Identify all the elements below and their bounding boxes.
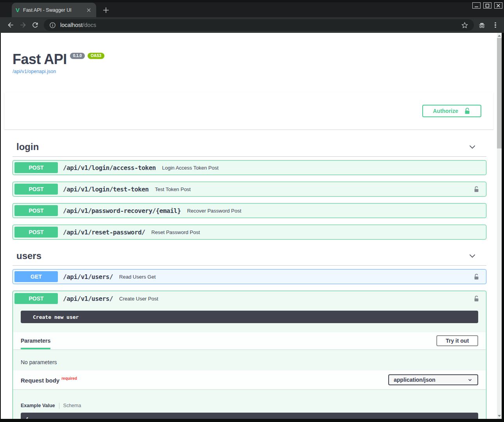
page-viewport: Fast API0.1.0OAS3 /api/v1/openapi.json A… <box>1 33 497 419</box>
try-it-out-button[interactable]: Try it out <box>436 335 478 346</box>
opblock-reset-password[interactable]: POST /api/v1/reset-password/ Reset Passw… <box>13 225 486 240</box>
tab-close-icon[interactable] <box>85 7 92 14</box>
opblock-body: Create new user Parameters Try it out No… <box>13 311 486 419</box>
opblock-login-access-token[interactable]: POST /api/v1/login/access-token Login Ac… <box>13 160 486 175</box>
tag-header-users[interactable]: users <box>13 246 486 266</box>
url-host: localhost <box>60 22 83 28</box>
minimize-button[interactable] <box>472 2 481 9</box>
favicon-icon: V <box>16 7 20 13</box>
endpoint-summary: Create User Post <box>119 296 158 302</box>
version-badge: 0.1.0 <box>70 53 85 59</box>
endpoint-path: /api/v1/users/ <box>63 295 113 302</box>
new-tab-button[interactable] <box>102 6 110 14</box>
incognito-icon <box>478 21 486 29</box>
page-scrollbar[interactable] <box>497 33 502 419</box>
endpoint-path: /api/v1/login/access-token <box>63 164 156 172</box>
opblock-create-user-header[interactable]: POST /api/v1/users/ Create User Post <box>13 291 486 306</box>
browser-toolbar: localhost/docs <box>0 17 504 33</box>
endpoint-path: /api/v1/login/test-token <box>63 186 149 193</box>
bookmark-star-icon[interactable] <box>461 21 468 29</box>
chevron-down-icon <box>467 377 473 383</box>
scroll-down-icon[interactable] <box>498 415 501 417</box>
url-text: localhost/docs <box>60 22 461 28</box>
operation-description: Create new user <box>21 311 478 323</box>
tag-title: users <box>16 250 41 261</box>
tab-title: Fast API - Swagger UI <box>23 7 85 13</box>
endpoint-summary: Read Users Get <box>119 274 156 280</box>
forward-icon[interactable] <box>19 21 27 29</box>
browser-tab[interactable]: V Fast API - Swagger UI <box>12 3 96 17</box>
endpoint-summary: Recover Password Post <box>187 208 241 214</box>
opblock-create-user-expanded: POST /api/v1/users/ Create User Post Cre… <box>13 291 486 419</box>
chevron-down-icon[interactable] <box>468 252 477 260</box>
page-title: Fast API0.1.0OAS3 <box>13 52 497 67</box>
scroll-up-icon[interactable] <box>498 35 501 37</box>
opblock-read-users[interactable]: GET /api/v1/users/ Read Users Get <box>13 269 486 284</box>
media-type-select[interactable]: application/json <box>388 374 478 385</box>
endpoint-path: /api/v1/users/ <box>63 273 113 281</box>
request-body-header: Request bodyrequired application/json <box>13 370 486 389</box>
tabs-separator <box>59 403 59 409</box>
back-icon[interactable] <box>7 21 14 29</box>
oas-badge: OAS3 <box>88 53 104 59</box>
method-badge: POST <box>14 162 58 173</box>
window-controls <box>472 2 502 9</box>
tag-title: login <box>16 141 39 152</box>
scheme-container: Authorize <box>4 93 493 129</box>
endpoint-path: /api/v1/reset-password/ <box>63 229 145 236</box>
tab-example-value[interactable]: Example Value <box>21 403 55 408</box>
reload-icon[interactable] <box>31 21 39 29</box>
example-area: Example Value Schema { <box>13 389 486 419</box>
authorize-label: Authorize <box>433 108 458 114</box>
tag-section-users: users GET /api/v1/users/ Read Users Get … <box>13 246 486 419</box>
endpoint-summary: Reset Password Post <box>151 229 200 235</box>
browser-menu-icon[interactable] <box>492 21 499 29</box>
method-badge: POST <box>14 227 58 238</box>
endpoint-summary: Login Access Token Post <box>162 165 218 171</box>
required-flag: required <box>61 376 77 381</box>
model-tabs: Example Value Schema <box>21 402 478 409</box>
unlock-icon <box>464 107 471 115</box>
opblock-login-test-token[interactable]: POST /api/v1/login/test-token Test Token… <box>13 182 486 197</box>
url-path: /docs <box>83 22 96 28</box>
unlock-icon[interactable] <box>473 295 480 302</box>
tab-schema[interactable]: Schema <box>63 403 81 408</box>
openapi-spec-link[interactable]: /api/v1/openapi.json <box>13 69 56 74</box>
api-info: Fast API0.1.0OAS3 /api/v1/openapi.json <box>13 52 497 75</box>
endpoint-summary: Test Token Post <box>155 186 191 192</box>
site-info-icon[interactable] <box>49 22 56 29</box>
tag-header-login[interactable]: login <box>13 137 486 157</box>
tag-section-login: login POST /api/v1/login/access-token Lo… <box>13 137 486 240</box>
media-type-value: application/json <box>394 377 436 383</box>
opblock-password-recovery[interactable]: POST /api/v1/password-recovery/{email} R… <box>13 203 486 218</box>
example-code-block: { <box>21 413 478 419</box>
no-parameters-text: No parameters <box>13 349 486 370</box>
maximize-button[interactable] <box>483 2 491 9</box>
method-badge: POST <box>14 184 58 195</box>
method-badge: POST <box>14 205 58 216</box>
window-top-edge <box>0 0 504 2</box>
address-bar[interactable]: localhost/docs <box>44 19 474 31</box>
authorize-button[interactable]: Authorize <box>422 105 481 117</box>
close-button[interactable] <box>494 2 502 9</box>
browser-titlebar: V Fast API - Swagger UI <box>0 0 504 17</box>
scrollbar-thumb[interactable] <box>497 38 502 148</box>
method-badge: POST <box>14 293 58 304</box>
unlock-icon[interactable] <box>473 273 480 281</box>
endpoint-path: /api/v1/password-recovery/{email} <box>63 207 181 215</box>
tab-parameters[interactable]: Parameters <box>21 332 50 349</box>
method-badge: GET <box>14 271 58 282</box>
chevron-down-icon[interactable] <box>468 143 477 151</box>
request-body-label: Request bodyrequired <box>21 376 77 384</box>
unlock-icon[interactable] <box>473 186 480 193</box>
parameters-header: Parameters Try it out <box>13 332 486 349</box>
